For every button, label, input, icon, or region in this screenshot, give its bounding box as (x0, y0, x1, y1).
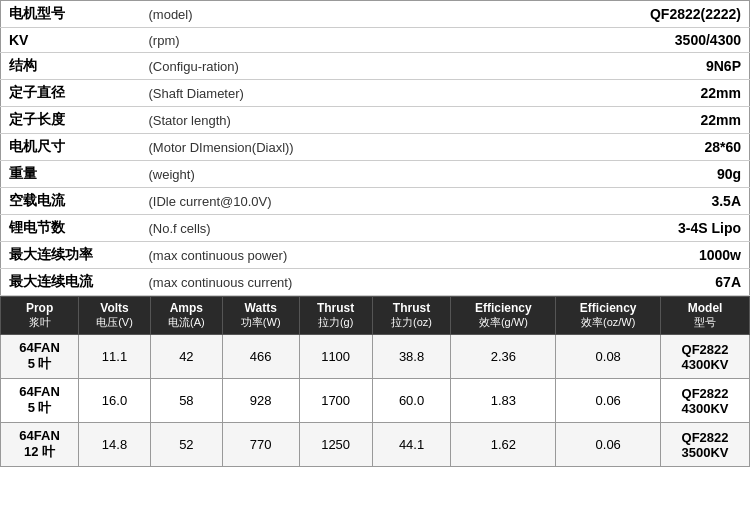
perf-column-header: Efficiency效率(g/W) (451, 297, 556, 335)
perf-thrust-g: 1250 (299, 423, 372, 467)
perf-watts: 466 (222, 335, 299, 379)
perf-volts: 16.0 (79, 379, 151, 423)
spec-english: (Shaft Diameter) (141, 80, 461, 107)
perf-prop: 64FAN12 叶 (1, 423, 79, 467)
perf-amps: 58 (150, 379, 222, 423)
spec-row: 定子长度 (Stator length) 22mm (1, 107, 750, 134)
spec-label: KV (1, 28, 141, 53)
perf-data-row: 64FAN5 叶 11.1 42 466 1100 38.8 2.36 0.08… (1, 335, 750, 379)
perf-model: QF28224300KV (661, 379, 750, 423)
spec-value: 1000w (461, 242, 750, 269)
perf-column-header: Efficiency效率(oz/W) (556, 297, 661, 335)
perf-prop: 64FAN5 叶 (1, 379, 79, 423)
spec-value: 3.5A (461, 188, 750, 215)
spec-value: 22mm (461, 80, 750, 107)
spec-row: 电机尺寸 (Motor DImension(Diaxl)) 28*60 (1, 134, 750, 161)
perf-data-row: 64FAN5 叶 16.0 58 928 1700 60.0 1.83 0.06… (1, 379, 750, 423)
spec-english: (weight) (141, 161, 461, 188)
perf-column-header: Thrust拉力(g) (299, 297, 372, 335)
perf-thrust-g: 1700 (299, 379, 372, 423)
spec-english: (model) (141, 1, 461, 28)
perf-column-header: Model型号 (661, 297, 750, 335)
spec-row: KV (rpm) 3500/4300 (1, 28, 750, 53)
perf-eff-ozw: 0.06 (556, 379, 661, 423)
perf-thrust-oz: 38.8 (372, 335, 451, 379)
spec-row: 定子直径 (Shaft Diameter) 22mm (1, 80, 750, 107)
perf-eff-gw: 2.36 (451, 335, 556, 379)
spec-label: 锂电节数 (1, 215, 141, 242)
perf-thrust-g: 1100 (299, 335, 372, 379)
perf-watts: 928 (222, 379, 299, 423)
spec-value: 3500/4300 (461, 28, 750, 53)
spec-row: 电机型号 (model) QF2822(2222) (1, 1, 750, 28)
perf-eff-gw: 1.62 (451, 423, 556, 467)
spec-label: 定子长度 (1, 107, 141, 134)
spec-english: (IDle current@10.0V) (141, 188, 461, 215)
spec-english: (max continuous power) (141, 242, 461, 269)
perf-volts: 11.1 (79, 335, 151, 379)
spec-row: 最大连续电流 (max continuous current) 67A (1, 269, 750, 296)
perf-column-header: Amps电流(A) (150, 297, 222, 335)
perf-amps: 52 (150, 423, 222, 467)
perf-eff-ozw: 0.06 (556, 423, 661, 467)
spec-value: 67A (461, 269, 750, 296)
perf-prop: 64FAN5 叶 (1, 335, 79, 379)
perf-model: QF28224300KV (661, 335, 750, 379)
perf-amps: 42 (150, 335, 222, 379)
spec-english: (max continuous current) (141, 269, 461, 296)
spec-label: 最大连续功率 (1, 242, 141, 269)
spec-label: 最大连续电流 (1, 269, 141, 296)
perf-eff-gw: 1.83 (451, 379, 556, 423)
spec-value: 90g (461, 161, 750, 188)
perf-column-header: Watts功率(W) (222, 297, 299, 335)
perf-volts: 14.8 (79, 423, 151, 467)
spec-label: 定子直径 (1, 80, 141, 107)
spec-value: 28*60 (461, 134, 750, 161)
perf-model: QF28223500KV (661, 423, 750, 467)
spec-label: 电机型号 (1, 1, 141, 28)
perf-thrust-oz: 44.1 (372, 423, 451, 467)
perf-table: Prop浆叶Volts电压(V)Amps电流(A)Watts功率(W)Thrus… (0, 296, 750, 467)
spec-value: 22mm (461, 107, 750, 134)
spec-english: (No.f cells) (141, 215, 461, 242)
spec-label: 重量 (1, 161, 141, 188)
spec-row: 重量 (weight) 90g (1, 161, 750, 188)
perf-thrust-oz: 60.0 (372, 379, 451, 423)
spec-label: 结构 (1, 53, 141, 80)
perf-header-row: Prop浆叶Volts电压(V)Amps电流(A)Watts功率(W)Thrus… (1, 297, 750, 335)
spec-value: QF2822(2222) (461, 1, 750, 28)
specs-table: 电机型号 (model) QF2822(2222) KV (rpm) 3500/… (0, 0, 750, 296)
spec-value: 3-4S Lipo (461, 215, 750, 242)
perf-data-row: 64FAN12 叶 14.8 52 770 1250 44.1 1.62 0.0… (1, 423, 750, 467)
spec-row: 锂电节数 (No.f cells) 3-4S Lipo (1, 215, 750, 242)
spec-english: (rpm) (141, 28, 461, 53)
spec-label: 电机尺寸 (1, 134, 141, 161)
spec-value: 9N6P (461, 53, 750, 80)
perf-column-header: Prop浆叶 (1, 297, 79, 335)
spec-english: (Stator length) (141, 107, 461, 134)
spec-row: 空载电流 (IDle current@10.0V) 3.5A (1, 188, 750, 215)
spec-label: 空载电流 (1, 188, 141, 215)
spec-row: 最大连续功率 (max continuous power) 1000w (1, 242, 750, 269)
perf-eff-ozw: 0.08 (556, 335, 661, 379)
spec-row: 结构 (Configu-ration) 9N6P (1, 53, 750, 80)
perf-column-header: Thrust拉力(oz) (372, 297, 451, 335)
spec-english: (Configu-ration) (141, 53, 461, 80)
spec-english: (Motor DImension(Diaxl)) (141, 134, 461, 161)
perf-watts: 770 (222, 423, 299, 467)
perf-column-header: Volts电压(V) (79, 297, 151, 335)
